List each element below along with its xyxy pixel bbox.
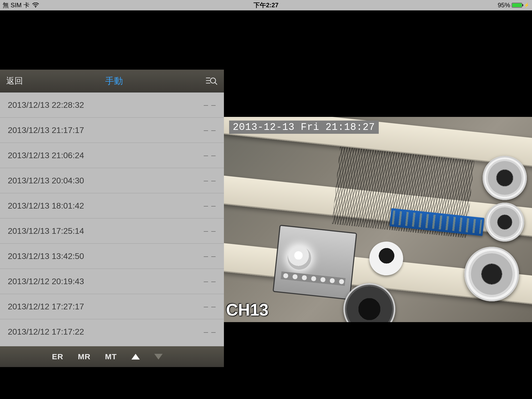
osd-channel-label: CH13 [226, 300, 269, 320]
video-preview[interactable]: 2013-12-13 Fri 21:18:27 CH13 [224, 117, 532, 322]
event-mark: – – [204, 176, 216, 185]
carrier-text: 無 SIM 卡 [3, 1, 30, 9]
event-row[interactable]: 2013/12/13 17:25:14– – [0, 218, 224, 244]
event-row[interactable]: 2013/12/12 17:17:22– – [0, 319, 224, 344]
event-timestamp: 2013/12/13 13:42:50 [8, 251, 84, 261]
event-timestamp: 2013/12/13 21:17:17 [8, 125, 84, 135]
osd-timestamp: 2013-12-13 Fri 21:18:27 [229, 121, 379, 134]
list-search-icon [206, 76, 217, 86]
event-timestamp: 2013/12/13 21:06:24 [8, 151, 84, 160]
page-up-button[interactable] [131, 354, 140, 360]
event-mark: – – [204, 252, 216, 261]
page-down-button[interactable] [154, 354, 163, 360]
event-timestamp: 2013/12/13 18:01:42 [8, 201, 84, 211]
footer-mt-button[interactable]: MT [105, 352, 117, 361]
event-mark: – – [204, 151, 216, 160]
event-mark: – – [204, 126, 216, 135]
battery-icon [512, 3, 522, 8]
event-timestamp: 2013/12/13 17:25:14 [8, 226, 84, 236]
event-list[interactable]: 2013/12/13 22:28:32– –2013/12/13 21:17:1… [0, 92, 224, 346]
footer-mr-button[interactable]: MR [78, 352, 91, 361]
event-timestamp: 2013/12/13 20:04:30 [8, 176, 84, 185]
event-row[interactable]: 2013/12/12 20:19:43– – [0, 269, 224, 294]
wifi-icon [32, 3, 39, 8]
event-row[interactable]: 2013/12/13 22:28:32– – [0, 92, 224, 118]
event-timestamp: 2013/12/12 17:27:17 [8, 302, 84, 311]
status-right: 95% ⚡ [498, 2, 529, 9]
status-time: 下午2:27 [254, 1, 278, 9]
back-button[interactable]: 返回 [6, 75, 23, 87]
charging-icon: ⚡ [524, 3, 529, 8]
event-mark: – – [204, 201, 216, 210]
event-row[interactable]: 2013/12/13 13:42:50– – [0, 244, 224, 269]
camera-icon [483, 156, 527, 200]
event-row[interactable]: 2013/12/12 17:27:17– – [0, 294, 224, 319]
event-timestamp: 2013/12/12 17:17:22 [8, 327, 84, 337]
search-button[interactable] [205, 75, 218, 87]
dvr-unit [272, 225, 357, 300]
event-row[interactable]: 2013/12/13 21:17:17– – [0, 118, 224, 143]
panel-footer: ER MR MT [0, 346, 224, 367]
status-left: 無 SIM 卡 [3, 1, 39, 9]
panel-header: 返回 手動 [0, 70, 224, 92]
event-timestamp: 2013/12/12 20:19:43 [8, 277, 84, 286]
svg-line-5 [215, 82, 217, 84]
camera-icon [464, 247, 519, 301]
app-stage: 返回 手動 2013/12/13 22:28:32– –2013/12/13 2… [0, 10, 532, 399]
event-mark: – – [204, 328, 216, 336]
camera-icon [485, 203, 524, 242]
event-mark: – – [204, 302, 216, 311]
footer-er-button[interactable]: ER [52, 352, 63, 361]
ios-status-bar: 無 SIM 卡 下午2:27 95% ⚡ [0, 0, 532, 10]
panel-title: 手動 [105, 75, 123, 87]
event-mark: – – [204, 277, 216, 286]
event-timestamp: 2013/12/13 22:28:32 [8, 100, 84, 110]
event-row[interactable]: 2013/12/13 18:01:42– – [0, 193, 224, 218]
event-row[interactable]: 2013/12/13 20:04:30– – [0, 168, 224, 193]
svg-point-0 [35, 6, 36, 8]
battery-percent: 95% [498, 2, 510, 9]
event-mark: – – [204, 101, 216, 109]
event-row[interactable]: 2013/12/13 21:06:24– – [0, 143, 224, 168]
event-mark: – – [204, 227, 216, 235]
event-list-panel: 返回 手動 2013/12/13 22:28:32– –2013/12/13 2… [0, 70, 224, 367]
